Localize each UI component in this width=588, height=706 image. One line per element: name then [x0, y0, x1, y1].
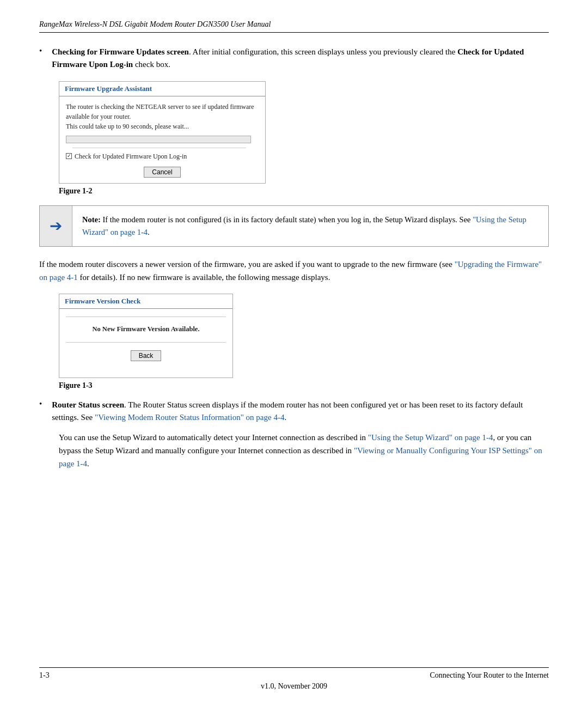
bullet-dot-2: • [39, 399, 42, 409]
bullet-dot-1: • [39, 46, 42, 56]
cancel-button[interactable]: Cancel [144, 167, 180, 178]
note-icon-col: ➔ [40, 206, 72, 246]
body-para-2: You can use the Setup Wizard to automati… [59, 431, 549, 470]
para2-text1: You can use the Setup Wizard to automati… [59, 433, 368, 442]
figure-1-3-caption: Figure 1-3 [59, 381, 549, 390]
bullet-item-router-status: • Router Status screen. The Router Statu… [39, 399, 549, 424]
router-status-rest2: . [284, 413, 286, 422]
body-para-1: If the modem router discovers a newer ve… [39, 258, 549, 284]
figure-1-2-box: Firmware Upgrade Assistant The router is… [59, 81, 266, 184]
figure-1-2-line2: This could take up to 90 seconds, please… [66, 121, 259, 131]
para2-text3: . [87, 459, 89, 468]
footer-bottom: v1.0, November 2009 [39, 682, 549, 691]
note-arrow-icon: ➔ [50, 217, 62, 235]
checkbox-label: Check for Updated Firmware Upon Log-in [75, 151, 187, 161]
figure-1-2-header: Firmware Upgrade Assistant [59, 82, 265, 96]
router-status-bold: Router Status screen [52, 400, 124, 409]
para2-link1[interactable]: "Using the Setup Wizard" on page 1-4 [368, 433, 493, 442]
footer-top: 1-3 Connecting Your Router to the Intern… [39, 671, 549, 680]
router-status-link[interactable]: "Viewing Modem Router Status Information… [95, 413, 284, 422]
footer-left: 1-3 [39, 671, 50, 680]
page-header: RangeMax Wireless-N DSL Gigabit Modem Ro… [39, 20, 549, 33]
para1-text1: If the modem router discovers a newer ve… [39, 260, 455, 269]
figure-1-3-body: No New Firmware Version Available. Back [59, 309, 232, 378]
figure-1-3-box: Firmware Version Check No New Firmware V… [59, 294, 233, 378]
note-text2: . [148, 228, 150, 236]
back-button[interactable]: Back [131, 350, 162, 361]
figure-1-2-body: The router is checking the NETGEAR serve… [59, 96, 265, 183]
note-label: Note: [82, 215, 101, 224]
bullet-content-1: Checking for Firmware Updates screen. Af… [52, 46, 549, 71]
note-text1: If the modem router is not configured (i… [101, 215, 473, 224]
figure-1-3-header: Firmware Version Check [59, 294, 232, 309]
page: RangeMax Wireless-N DSL Gigabit Modem Ro… [0, 0, 588, 706]
firmware-updates-label-rest2: check box. [133, 60, 170, 69]
footer-right: Connecting Your Router to the Internet [430, 671, 549, 680]
header-title: RangeMax Wireless-N DSL Gigabit Modem Ro… [39, 20, 271, 28]
figure-1-3-msg: No New Firmware Version Available. [66, 324, 226, 334]
note-box: ➔ Note: If the modem router is not confi… [39, 205, 549, 247]
para1-text2: for details). If no new firmware is avai… [78, 273, 330, 282]
progress-bar [66, 136, 251, 143]
figure-1-2-caption: Figure 1-2 [59, 187, 549, 196]
checkbox-row: ✓ Check for Updated Firmware Upon Log-in [66, 151, 259, 161]
note-text-col: Note: If the modem router is not configu… [72, 206, 548, 246]
bullet-content-2: Router Status screen. The Router Status … [52, 399, 549, 424]
checkbox-firmware[interactable]: ✓ [66, 153, 72, 159]
bullet-item-firmware-updates: • Checking for Firmware Updates screen. … [39, 46, 549, 71]
figure-1-2-line1: The router is checking the NETGEAR serve… [66, 102, 259, 121]
firmware-updates-label-rest: . After initial configuration, this scre… [189, 47, 457, 56]
page-footer: 1-3 Connecting Your Router to the Intern… [39, 667, 549, 691]
firmware-updates-label-bold: Checking for Firmware Updates screen [52, 47, 189, 56]
divider-1 [72, 148, 246, 148]
footer-center: v1.0, November 2009 [261, 682, 327, 690]
